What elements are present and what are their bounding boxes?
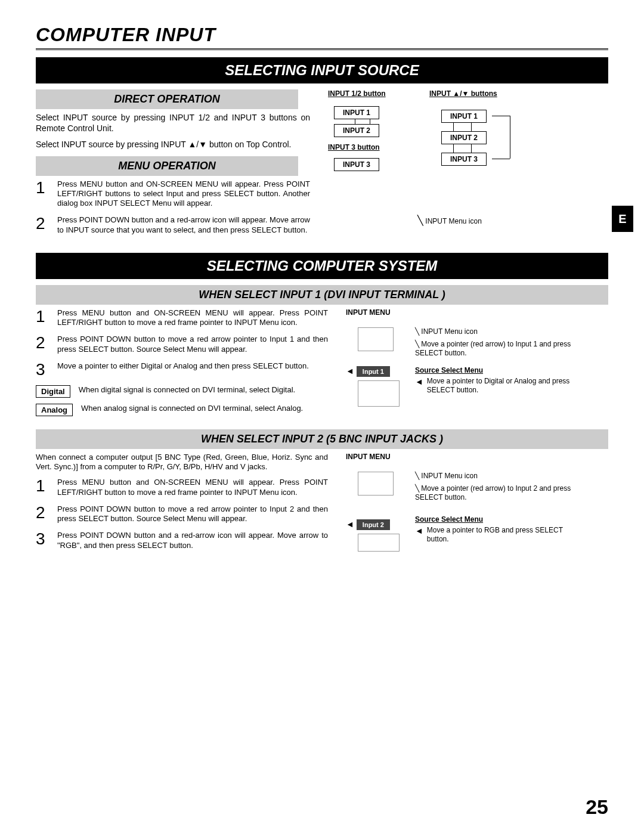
- s2-input-menu-label: INPUT MENU: [346, 453, 572, 461]
- s1-source-menu-label: Source Select Menu: [415, 366, 572, 374]
- step-number: 2: [36, 504, 50, 524]
- box-input2-b: INPUT 2: [441, 131, 487, 144]
- section-bar-computer-system: SELECTING COMPUTER SYSTEM: [36, 253, 608, 279]
- s1-move2: Move a pointer to Digital or Analog and …: [427, 377, 572, 395]
- label-input-ud: INPUT ▲/▼ buttons: [429, 89, 497, 98]
- s2-step3: Press POINT DOWN button and a red-arrow …: [57, 531, 328, 550]
- box-input1-b: INPUT 1: [441, 110, 487, 123]
- s1-input1-box: Input 1: [357, 366, 390, 377]
- label-input12: INPUT 1/2 button: [328, 89, 386, 98]
- s1-step3: Move a pointer to either Digital or Anal…: [57, 361, 328, 378]
- section-bar-input-source: SELECTING INPUT SOURCE: [36, 57, 608, 83]
- subheading-input1-dvi: WHEN SELECT INPUT 1 (DVI INPUT TERMINAL …: [36, 285, 608, 305]
- s2-move2: Move a pointer to RGB and press SELECT b…: [427, 526, 572, 544]
- step-number: 2: [36, 215, 50, 235]
- s1-move1: Move a pointer (red arrow) to Input 1 an…: [415, 340, 571, 357]
- s2-move1: Move a pointer (red arrow) to Input 2 an…: [415, 484, 571, 501]
- box-input1-a: INPUT 1: [334, 106, 379, 119]
- step-number: 1: [36, 308, 50, 328]
- input-menu-icon-note: INPUT Menu icon: [425, 217, 481, 225]
- s1-menu-icon-note: INPUT Menu icon: [421, 327, 477, 336]
- box-input3-b: INPUT 3: [441, 153, 487, 166]
- s2-intro: When connect a computer output [5 BNC Ty…: [36, 453, 328, 472]
- s1-input-menu-label: INPUT MENU: [346, 308, 572, 317]
- side-tab-e: E: [612, 206, 633, 232]
- menu-op-step1: Press MENU button and ON-SCREEN MENU wil…: [57, 179, 310, 209]
- s2-input2-box: Input 2: [357, 519, 390, 530]
- label-input3: INPUT 3 button: [328, 143, 380, 151]
- subheading-menu-operation: MENU OPERATION: [36, 156, 298, 176]
- analog-label-box: Analog: [36, 404, 73, 416]
- s2-step1: Press MENU button and ON-SCREEN MENU wil…: [57, 478, 328, 497]
- subheading-input2-bnc: WHEN SELECT INPUT 2 (5 BNC INPUT JACKS ): [36, 429, 608, 449]
- step-number: 3: [36, 531, 50, 550]
- menu-op-step2: Press POINT DOWN button and a red-arrow …: [57, 215, 310, 235]
- step-number: 1: [36, 478, 50, 497]
- digital-label-box: Digital: [36, 385, 70, 398]
- direct-operation-p1: Select INPUT source by pressing INPUT 1/…: [36, 113, 310, 134]
- step-number: 3: [36, 361, 50, 378]
- input-button-diagram: INPUT 1/2 button INPUT ▲/▼ buttons INPUT…: [328, 89, 578, 197]
- direct-operation-p2: Select INPUT source by pressing INPUT ▲/…: [36, 140, 310, 150]
- s1-step1: Press MENU button and ON-SCREEN MENU wil…: [57, 308, 328, 328]
- s2-menu-icon-note: INPUT Menu icon: [421, 472, 477, 480]
- subheading-direct-operation: DIRECT OPERATION: [36, 89, 298, 109]
- s1-step2: Press POINT DOWN button to move a red ar…: [57, 335, 328, 354]
- s2-source-menu-label: Source Select Menu: [415, 515, 572, 524]
- analog-text: When analog signal is connected on DVI t…: [81, 404, 328, 413]
- box-input2-a: INPUT 2: [334, 124, 379, 137]
- digital-text: When digital signal is connected on DVI …: [79, 385, 328, 395]
- page-title: COMPUTER INPUT: [36, 24, 608, 50]
- s2-step2: Press POINT DOWN button to move a red ar…: [57, 504, 328, 524]
- step-number: 2: [36, 335, 50, 354]
- page-number: 25: [586, 795, 608, 819]
- step-number: 1: [36, 179, 50, 209]
- box-input3-a: INPUT 3: [334, 158, 379, 171]
